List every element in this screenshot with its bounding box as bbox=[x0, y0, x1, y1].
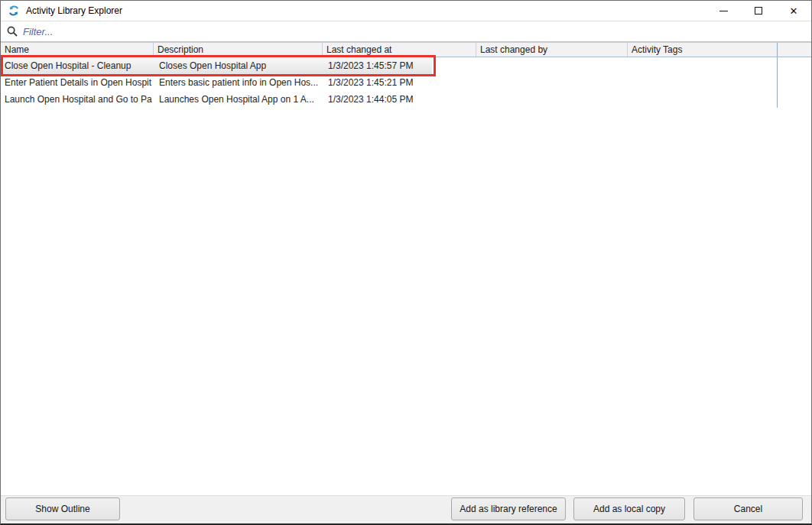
column-header-last-changed-by[interactable]: Last changed by bbox=[476, 43, 628, 57]
cancel-button[interactable]: Cancel bbox=[693, 497, 803, 520]
show-outline-button[interactable]: Show Outline bbox=[5, 497, 120, 520]
cell-name: Close Open Hospital - Cleanup bbox=[1, 57, 154, 74]
filter-input[interactable] bbox=[23, 24, 811, 39]
column-header-name[interactable]: Name bbox=[1, 43, 154, 57]
title-bar: Activity Library Explorer ✕ bbox=[1, 1, 811, 21]
cell-name: Enter Patient Details in Open Hospit bbox=[1, 74, 154, 91]
search-icon bbox=[7, 26, 18, 37]
column-header-description[interactable]: Description bbox=[154, 43, 323, 57]
add-as-library-reference-button[interactable]: Add as library reference bbox=[451, 497, 566, 520]
cell-last-changed-at: 1/3/2023 1:44:05 PM bbox=[323, 91, 476, 108]
cell-description: Closes Open Hospital App bbox=[154, 57, 323, 74]
cell-activity-tags bbox=[628, 91, 778, 108]
app-sync-arrows-icon bbox=[8, 5, 20, 17]
table-body: Close Open Hospital - Cleanup Closes Ope… bbox=[1, 57, 811, 469]
table-header: Name Description Last changed at Last ch… bbox=[1, 42, 811, 57]
cell-description: Enters basic patient info in Open Hos... bbox=[154, 74, 323, 91]
column-header-last-changed-at[interactable]: Last changed at bbox=[323, 43, 476, 57]
add-as-local-copy-button[interactable]: Add as local copy bbox=[573, 497, 685, 520]
window-controls: ✕ bbox=[706, 1, 811, 21]
cell-description: Launches Open Hospital App on 1 A... bbox=[154, 91, 323, 108]
minimize-button[interactable] bbox=[706, 1, 741, 21]
table-row[interactable]: Enter Patient Details in Open Hospit Ent… bbox=[1, 74, 811, 91]
filter-bar bbox=[1, 21, 811, 42]
cell-last-changed-at: 1/3/2023 1:45:57 PM bbox=[323, 57, 476, 74]
window-title: Activity Library Explorer bbox=[26, 5, 122, 16]
cell-activity-tags bbox=[628, 57, 778, 74]
cell-activity-tags bbox=[628, 74, 778, 91]
close-icon: ✕ bbox=[790, 6, 798, 16]
column-header-activity-tags[interactable]: Activity Tags bbox=[628, 43, 778, 57]
maximize-icon bbox=[755, 7, 762, 15]
cell-last-changed-at: 1/3/2023 1:45:21 PM bbox=[323, 74, 476, 91]
cell-name: Launch Open Hospital and Go to Pa bbox=[1, 91, 154, 108]
cell-last-changed-by bbox=[476, 74, 628, 91]
table-row[interactable]: Launch Open Hospital and Go to Pa Launch… bbox=[1, 91, 811, 108]
minimize-icon bbox=[719, 11, 728, 11]
table-row[interactable]: Close Open Hospital - Cleanup Closes Ope… bbox=[1, 57, 811, 74]
cell-last-changed-by bbox=[476, 57, 628, 74]
maximize-button[interactable] bbox=[741, 1, 776, 21]
column-header-filler bbox=[778, 43, 811, 57]
bottom-button-bar: Show Outline Add as library reference Ad… bbox=[1, 495, 811, 523]
close-button[interactable]: ✕ bbox=[776, 1, 811, 21]
cell-last-changed-by bbox=[476, 91, 628, 108]
activity-library-explorer-window: Activity Library Explorer ✕ Name Descrip… bbox=[0, 0, 812, 525]
